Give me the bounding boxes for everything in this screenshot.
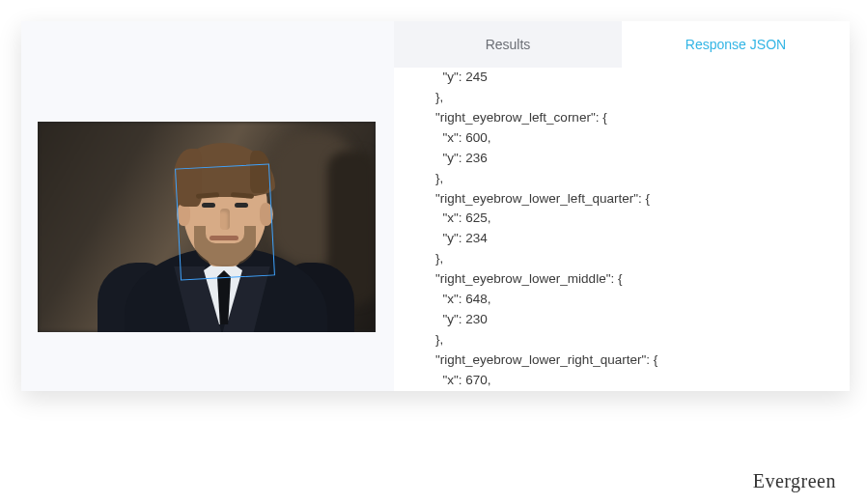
tab-response-json[interactable]: Response JSON bbox=[622, 21, 850, 68]
output-tabs: Results Response JSON bbox=[394, 21, 850, 68]
input-photo bbox=[38, 122, 376, 332]
watermark: Evergreen bbox=[753, 470, 836, 492]
tab-results[interactable]: Results bbox=[394, 21, 622, 68]
response-json-view[interactable]: "y": 245 }, "right_eyebrow_left_corner":… bbox=[394, 68, 850, 391]
image-panel bbox=[21, 21, 394, 391]
output-panel: Results Response JSON "y": 245 }, "right… bbox=[394, 21, 850, 391]
main-container: Results Response JSON "y": 245 }, "right… bbox=[21, 21, 850, 391]
